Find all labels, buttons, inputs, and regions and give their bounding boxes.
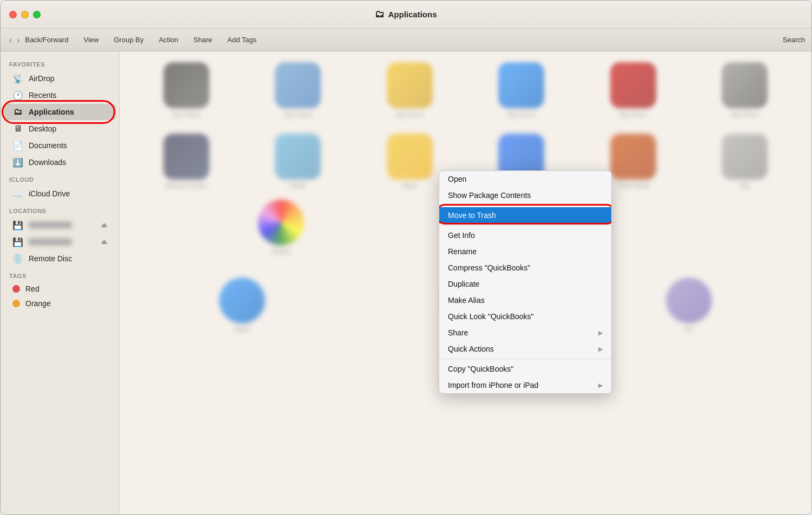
ctx-quick-look[interactable]: Quick Look "QuickBooks" <box>439 308 611 325</box>
action-button[interactable]: Action <box>156 35 180 45</box>
minimize-button[interactable] <box>21 11 29 18</box>
documents-icon: 📄 <box>12 140 23 151</box>
back-forward-group: ‹ › Back/Forward <box>7 35 71 45</box>
app-item-blurred: App Name <box>466 57 578 123</box>
sidebar-item-label: iCloud Drive <box>29 189 70 198</box>
sidebar-item-label: Recents <box>29 91 56 100</box>
close-button[interactable] <box>9 11 17 18</box>
sidebar-item-loc1[interactable]: 💾 ⏏ <box>4 217 116 233</box>
ctx-rename[interactable]: Rename <box>439 243 611 260</box>
ctx-duplicate-label: Duplicate <box>448 280 479 288</box>
ctx-share-arrow: ▶ <box>598 329 603 336</box>
eject-button-1[interactable]: ⏏ <box>101 221 107 229</box>
sidebar-item-recents[interactable]: 🕐 Recents <box>4 87 116 103</box>
ctx-quick-look-label: Quick Look "QuickBooks" <box>448 312 534 321</box>
window-title-icon: 🗂 <box>375 9 385 20</box>
app-item-blurred: App Name <box>242 57 354 123</box>
app-item-finder: Finder <box>242 128 354 194</box>
add-tags-button[interactable]: Add Tags <box>225 35 259 45</box>
context-menu: Open Show Package Contents Move to Trash… <box>439 170 612 394</box>
app-item-photos: Photos <box>130 194 432 260</box>
ctx-move-to-trash[interactable]: Move to Trash <box>439 207 611 223</box>
ctx-rename-label: Rename <box>448 247 477 256</box>
app-item-blurred: App Name <box>577 57 689 123</box>
app-item-blurred: App Name <box>689 57 801 123</box>
sidebar-item-downloads[interactable]: ⬇️ Downloads <box>4 154 116 170</box>
sidebar-item-airdrop[interactable]: 📡 AirDrop <box>4 70 116 87</box>
ctx-get-info-label: Get Info <box>448 231 475 240</box>
sidebar-item-icloud-drive[interactable]: ☁️ iCloud Drive <box>4 186 116 202</box>
airdrop-icon: 📡 <box>12 73 23 84</box>
app-item-blurred: App Name <box>130 57 242 123</box>
applications-icon: 🗂 <box>12 107 23 117</box>
sidebar-item-label: Orange <box>25 299 51 308</box>
content-area: App Name App Name App Name App Name App … <box>120 51 811 514</box>
favorites-section-label: Favorites <box>1 56 119 70</box>
sidebar-item-label: Downloads <box>29 158 66 167</box>
window-title: 🗂 Applications <box>375 9 437 20</box>
ctx-move-to-trash-label: Move to Trash <box>448 211 496 220</box>
sidebar-item-tag-orange[interactable]: Orange <box>4 296 116 311</box>
sidebar-item-label: AirDrop <box>29 74 54 83</box>
titlebar: 🗂 Applications <box>1 1 811 29</box>
ctx-compress[interactable]: Compress "QuickBooks" <box>439 260 611 276</box>
ctx-copy-label: Copy "QuickBooks" <box>448 365 513 373</box>
main-content: Favorites 📡 AirDrop 🕐 Recents 🗂 Applicat… <box>1 51 811 514</box>
downloads-icon: ⬇️ <box>12 157 23 168</box>
app-item-blurred: App Name <box>354 57 466 123</box>
sidebar-item-label: Remote Disc <box>29 254 72 263</box>
sidebar-item-documents[interactable]: 📄 Documents <box>4 137 116 154</box>
view-button[interactable]: View <box>82 35 101 45</box>
sidebar-item-label: Applications <box>29 108 74 116</box>
ctx-import-arrow: ▶ <box>598 382 603 389</box>
sidebar-item-label: Desktop <box>29 124 56 133</box>
sidebar: Favorites 📡 AirDrop 🕐 Recents 🗂 Applicat… <box>1 51 120 514</box>
forward-button[interactable]: › <box>15 35 22 45</box>
sidebar-item-applications[interactable]: 🗂 Applications <box>4 104 116 120</box>
tags-section-label: Tags <box>1 267 119 281</box>
app-item-safari: Safari <box>130 272 354 338</box>
eject-button-2[interactable]: ⏏ <box>101 238 107 246</box>
sidebar-item-remote-disc[interactable]: 💿 Remote Disc <box>4 250 116 267</box>
ctx-show-package-label: Show Package Contents <box>448 191 531 200</box>
icloud-drive-icon: ☁️ <box>12 188 23 199</box>
ctx-quick-actions[interactable]: Quick Actions ▶ <box>439 341 611 357</box>
back-button[interactable]: ‹ <box>7 35 14 45</box>
sidebar-item-desktop[interactable]: 🖥 Desktop <box>4 121 116 137</box>
maximize-button[interactable] <box>33 11 41 18</box>
ctx-make-alias-label: Make Alias <box>448 296 485 305</box>
orange-tag-dot <box>12 300 20 307</box>
window-title-text: Applications <box>388 10 437 19</box>
ctx-make-alias[interactable]: Make Alias <box>439 292 611 308</box>
ctx-quick-actions-label: Quick Actions <box>448 345 494 353</box>
ctx-copy[interactable]: Copy "QuickBooks" <box>439 361 611 377</box>
share-button[interactable]: Share <box>192 35 215 45</box>
remote-disc-icon: 💿 <box>12 253 23 264</box>
drive1-icon: 💾 <box>12 220 23 230</box>
ctx-get-info[interactable]: Get Info <box>439 227 611 243</box>
red-tag-dot <box>12 285 20 293</box>
sidebar-item-label <box>29 222 72 228</box>
search-button[interactable]: Search <box>783 36 805 44</box>
group-by-button[interactable]: Group By <box>112 35 146 45</box>
sidebar-item-loc2[interactable]: 💾 ⏏ <box>4 234 116 250</box>
desktop-icon: 🖥 <box>12 123 23 134</box>
sidebar-item-tag-red[interactable]: Red <box>4 282 116 296</box>
ctx-share[interactable]: Share ▶ <box>439 325 611 341</box>
ctx-duplicate[interactable]: Duplicate <box>439 276 611 292</box>
ctx-open[interactable]: Open <box>439 171 611 187</box>
sidebar-item-label: Red <box>25 285 39 293</box>
sidebar-item-label: Documents <box>29 141 67 150</box>
ctx-quick-actions-arrow: ▶ <box>598 346 603 353</box>
locations-section-label: Locations <box>1 202 119 216</box>
ctx-import-label: Import from iPhone or iPad <box>448 381 538 389</box>
icloud-section-label: iCloud <box>1 171 119 185</box>
window-controls <box>9 11 41 18</box>
app-item-other: App <box>689 128 801 194</box>
ctx-import[interactable]: Import from iPhone or iPad ▶ <box>439 377 611 393</box>
ctx-show-package[interactable]: Show Package Contents <box>439 187 611 203</box>
recents-icon: 🕐 <box>12 90 23 101</box>
ctx-divider-1 <box>439 205 611 206</box>
drive2-icon: 💾 <box>12 236 23 247</box>
app-row-top: App Name App Name App Name App Name App … <box>120 51 811 128</box>
